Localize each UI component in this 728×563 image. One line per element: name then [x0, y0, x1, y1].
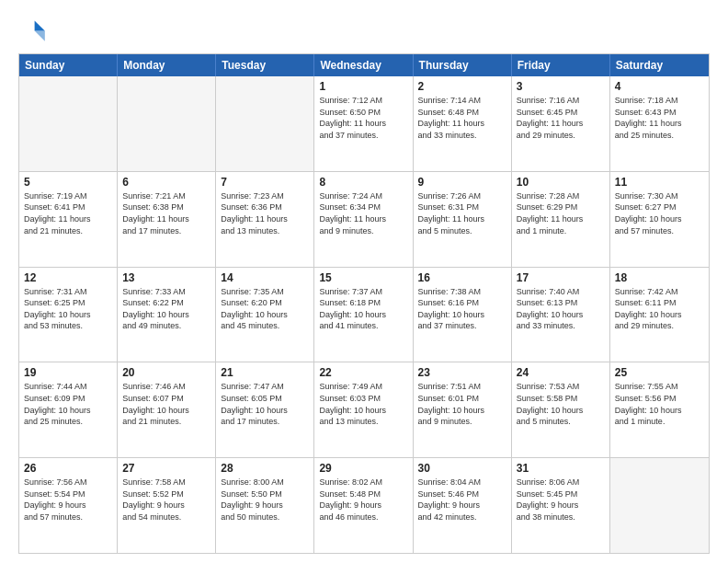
- calendar-cell: 24Sunrise: 7:53 AM Sunset: 5:58 PM Dayli…: [512, 362, 610, 457]
- day-info: Sunrise: 8:06 AM Sunset: 5:45 PM Dayligh…: [517, 477, 605, 523]
- day-number: 27: [122, 462, 210, 475]
- day-number: 2: [418, 80, 506, 93]
- calendar-cell: 21Sunrise: 7:47 AM Sunset: 6:05 PM Dayli…: [216, 362, 314, 457]
- day-number: 13: [122, 271, 210, 284]
- day-info: Sunrise: 8:02 AM Sunset: 5:48 PM Dayligh…: [319, 477, 407, 523]
- calendar-cell: 29Sunrise: 8:02 AM Sunset: 5:48 PM Dayli…: [314, 458, 413, 553]
- calendar-cell: 26Sunrise: 7:56 AM Sunset: 5:54 PM Dayli…: [19, 458, 118, 553]
- calendar-cell: [610, 458, 709, 553]
- page: SundayMondayTuesdayWednesdayThursdayFrid…: [0, 0, 728, 563]
- calendar-week-2: 5Sunrise: 7:19 AM Sunset: 6:41 PM Daylig…: [19, 171, 709, 267]
- calendar-week-4: 19Sunrise: 7:44 AM Sunset: 6:09 PM Dayli…: [19, 362, 709, 457]
- day-number: 7: [221, 176, 309, 189]
- calendar-cell: 7Sunrise: 7:23 AM Sunset: 6:36 PM Daylig…: [216, 172, 314, 267]
- calendar-cell: 5Sunrise: 7:19 AM Sunset: 6:41 PM Daylig…: [19, 172, 118, 267]
- calendar-week-1: 1Sunrise: 7:12 AM Sunset: 6:50 PM Daylig…: [19, 76, 709, 171]
- day-number: 9: [418, 176, 506, 189]
- day-number: 4: [615, 80, 704, 93]
- calendar-cell: [19, 76, 118, 171]
- day-info: Sunrise: 7:51 AM Sunset: 6:01 PM Dayligh…: [418, 381, 506, 427]
- day-info: Sunrise: 7:26 AM Sunset: 6:31 PM Dayligh…: [418, 190, 506, 236]
- day-number: 30: [418, 462, 506, 475]
- day-info: Sunrise: 7:35 AM Sunset: 6:20 PM Dayligh…: [221, 286, 309, 332]
- day-number: 23: [418, 366, 506, 379]
- calendar-cell: 30Sunrise: 8:04 AM Sunset: 5:46 PM Dayli…: [414, 458, 512, 553]
- day-number: 17: [517, 271, 605, 284]
- calendar-cell: 9Sunrise: 7:26 AM Sunset: 6:31 PM Daylig…: [414, 172, 512, 267]
- logo-icon: [18, 15, 48, 44]
- calendar-cell: 19Sunrise: 7:44 AM Sunset: 6:09 PM Dayli…: [19, 362, 118, 457]
- calendar-cell: 28Sunrise: 8:00 AM Sunset: 5:50 PM Dayli…: [216, 458, 314, 553]
- header-day-tuesday: Tuesday: [216, 54, 314, 76]
- day-number: 5: [24, 176, 112, 189]
- day-info: Sunrise: 7:38 AM Sunset: 6:16 PM Dayligh…: [418, 286, 506, 332]
- calendar-cell: 31Sunrise: 8:06 AM Sunset: 5:45 PM Dayli…: [512, 458, 610, 553]
- day-info: Sunrise: 7:12 AM Sunset: 6:50 PM Dayligh…: [319, 95, 407, 141]
- day-number: 20: [122, 366, 210, 379]
- calendar-cell: 16Sunrise: 7:38 AM Sunset: 6:16 PM Dayli…: [414, 268, 512, 362]
- day-number: 21: [221, 366, 309, 379]
- day-number: 12: [24, 271, 112, 284]
- calendar-cell: 6Sunrise: 7:21 AM Sunset: 6:38 PM Daylig…: [118, 172, 216, 267]
- day-info: Sunrise: 7:30 AM Sunset: 6:27 PM Dayligh…: [615, 190, 704, 236]
- calendar-cell: 20Sunrise: 7:46 AM Sunset: 6:07 PM Dayli…: [118, 362, 216, 457]
- day-info: Sunrise: 7:31 AM Sunset: 6:25 PM Dayligh…: [24, 286, 112, 332]
- day-info: Sunrise: 7:40 AM Sunset: 6:13 PM Dayligh…: [517, 286, 605, 332]
- calendar-cell: 25Sunrise: 7:55 AM Sunset: 5:56 PM Dayli…: [610, 362, 709, 457]
- day-info: Sunrise: 7:56 AM Sunset: 5:54 PM Dayligh…: [24, 477, 112, 523]
- day-number: 26: [24, 462, 112, 475]
- day-number: 6: [122, 176, 210, 189]
- header-day-monday: Monday: [118, 54, 216, 76]
- header-day-sunday: Sunday: [19, 54, 118, 76]
- day-number: 22: [319, 366, 407, 379]
- calendar-cell: 14Sunrise: 7:35 AM Sunset: 6:20 PM Dayli…: [216, 268, 314, 362]
- calendar-week-3: 12Sunrise: 7:31 AM Sunset: 6:25 PM Dayli…: [19, 267, 709, 362]
- day-info: Sunrise: 7:49 AM Sunset: 6:03 PM Dayligh…: [319, 381, 407, 427]
- day-number: 29: [319, 462, 407, 475]
- day-info: Sunrise: 7:42 AM Sunset: 6:11 PM Dayligh…: [615, 286, 704, 332]
- calendar-cell: 2Sunrise: 7:14 AM Sunset: 6:48 PM Daylig…: [414, 76, 512, 171]
- day-number: 3: [517, 80, 605, 93]
- calendar-cell: 15Sunrise: 7:37 AM Sunset: 6:18 PM Dayli…: [314, 268, 413, 362]
- day-number: 11: [615, 176, 704, 189]
- day-info: Sunrise: 7:58 AM Sunset: 5:52 PM Dayligh…: [122, 477, 210, 523]
- day-info: Sunrise: 7:37 AM Sunset: 6:18 PM Dayligh…: [319, 286, 407, 332]
- calendar-cell: 4Sunrise: 7:18 AM Sunset: 6:43 PM Daylig…: [610, 76, 709, 171]
- calendar: SundayMondayTuesdayWednesdayThursdayFrid…: [18, 53, 710, 554]
- day-info: Sunrise: 7:33 AM Sunset: 6:22 PM Dayligh…: [122, 286, 210, 332]
- day-info: Sunrise: 7:19 AM Sunset: 6:41 PM Dayligh…: [24, 190, 112, 236]
- calendar-cell: 22Sunrise: 7:49 AM Sunset: 6:03 PM Dayli…: [314, 362, 413, 457]
- calendar-cell: 8Sunrise: 7:24 AM Sunset: 6:34 PM Daylig…: [314, 172, 413, 267]
- calendar-cell: 11Sunrise: 7:30 AM Sunset: 6:27 PM Dayli…: [610, 172, 709, 267]
- day-number: 31: [517, 462, 605, 475]
- calendar-cell: 10Sunrise: 7:28 AM Sunset: 6:29 PM Dayli…: [512, 172, 610, 267]
- day-info: Sunrise: 7:16 AM Sunset: 6:45 PM Dayligh…: [517, 95, 605, 141]
- header: [18, 15, 710, 44]
- day-info: Sunrise: 7:21 AM Sunset: 6:38 PM Dayligh…: [122, 190, 210, 236]
- svg-marker-0: [35, 20, 45, 30]
- day-number: 18: [615, 271, 704, 284]
- calendar-cell: 27Sunrise: 7:58 AM Sunset: 5:52 PM Dayli…: [118, 458, 216, 553]
- day-info: Sunrise: 7:46 AM Sunset: 6:07 PM Dayligh…: [122, 381, 210, 427]
- header-day-wednesday: Wednesday: [314, 54, 413, 76]
- day-number: 1: [319, 80, 407, 93]
- calendar-body: 1Sunrise: 7:12 AM Sunset: 6:50 PM Daylig…: [19, 76, 709, 553]
- day-number: 10: [517, 176, 605, 189]
- day-info: Sunrise: 7:14 AM Sunset: 6:48 PM Dayligh…: [418, 95, 506, 141]
- calendar-cell: [118, 76, 216, 171]
- calendar-cell: 23Sunrise: 7:51 AM Sunset: 6:01 PM Dayli…: [414, 362, 512, 457]
- day-number: 8: [319, 176, 407, 189]
- logo: [18, 15, 51, 44]
- calendar-cell: 3Sunrise: 7:16 AM Sunset: 6:45 PM Daylig…: [512, 76, 610, 171]
- day-info: Sunrise: 7:44 AM Sunset: 6:09 PM Dayligh…: [24, 381, 112, 427]
- calendar-cell: 13Sunrise: 7:33 AM Sunset: 6:22 PM Dayli…: [118, 268, 216, 362]
- day-info: Sunrise: 8:00 AM Sunset: 5:50 PM Dayligh…: [221, 477, 309, 523]
- day-info: Sunrise: 7:47 AM Sunset: 6:05 PM Dayligh…: [221, 381, 309, 427]
- header-day-thursday: Thursday: [414, 54, 512, 76]
- day-info: Sunrise: 7:18 AM Sunset: 6:43 PM Dayligh…: [615, 95, 704, 141]
- day-info: Sunrise: 7:28 AM Sunset: 6:29 PM Dayligh…: [517, 190, 605, 236]
- svg-marker-1: [35, 31, 45, 41]
- day-info: Sunrise: 7:55 AM Sunset: 5:56 PM Dayligh…: [615, 381, 704, 427]
- day-info: Sunrise: 7:24 AM Sunset: 6:34 PM Dayligh…: [319, 190, 407, 236]
- calendar-cell: 12Sunrise: 7:31 AM Sunset: 6:25 PM Dayli…: [19, 268, 118, 362]
